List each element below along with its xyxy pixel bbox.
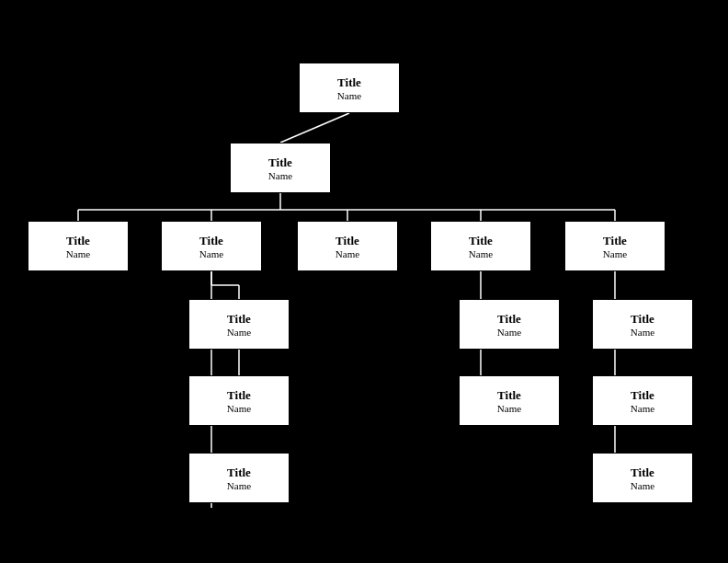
node-l3-1[interactable]: Title Name <box>28 221 129 271</box>
org-chart: Title Name Title Name Title Name Title N… <box>0 0 728 563</box>
node-l3-4[interactable]: Title Name <box>430 221 531 271</box>
node-root-title: Title <box>337 75 361 90</box>
node-l3-3[interactable]: Title Name <box>297 221 398 271</box>
node-n3-child-3[interactable]: Title Name <box>188 453 290 503</box>
node-n6-child-1[interactable]: Title Name <box>592 299 693 350</box>
node-n3-child-1[interactable]: Title Name <box>188 299 290 350</box>
node-l2-title: Title <box>268 155 292 170</box>
node-n5-child-1[interactable]: Title Name <box>459 299 560 350</box>
node-n6-child-2[interactable]: Title Name <box>592 375 693 426</box>
node-n5-child-2[interactable]: Title Name <box>459 375 560 426</box>
node-l3-2[interactable]: Title Name <box>161 221 262 271</box>
node-l2[interactable]: Title Name <box>230 143 331 193</box>
svg-line-0 <box>280 113 349 143</box>
node-n3-child-2[interactable]: Title Name <box>188 375 290 426</box>
node-n6-child-3[interactable]: Title Name <box>592 453 693 503</box>
node-l3-5[interactable]: Title Name <box>564 221 665 271</box>
node-l2-name: Name <box>268 170 292 181</box>
node-root[interactable]: Title Name <box>299 63 400 113</box>
node-root-name: Name <box>337 90 361 101</box>
